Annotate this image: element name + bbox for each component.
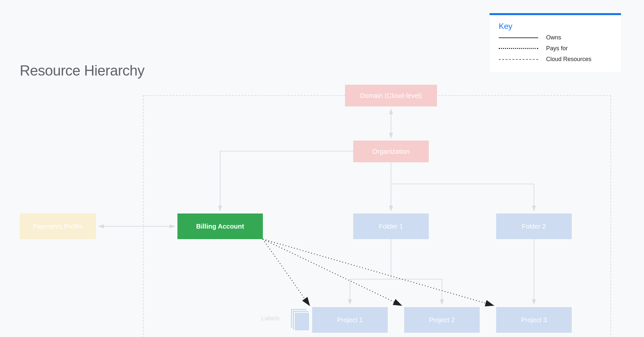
node-payments-profile: Payments Profile <box>20 213 96 239</box>
node-label: Domain (Cloud-level) <box>360 92 422 100</box>
node-label: Billing Account <box>196 223 244 230</box>
node-folder2: Folder 2 <box>496 213 572 239</box>
node-folder1: Folder 1 <box>353 213 429 239</box>
node-label: Organization <box>372 148 409 155</box>
node-organization: Organization <box>353 141 429 162</box>
labels-text: Labels <box>261 315 280 322</box>
node-label: Project 1 <box>337 316 363 324</box>
diagram: Domain (Cloud-level) Organization Paymen… <box>0 0 644 337</box>
node-label: Folder 1 <box>379 223 403 230</box>
node-domain: Domain (Cloud-level) <box>345 85 437 106</box>
labels-stack-icon <box>294 312 310 331</box>
node-label: Project 2 <box>429 316 455 324</box>
node-label: Folder 2 <box>522 223 546 230</box>
node-project1: Project 1 <box>312 307 388 333</box>
node-billing-account: Billing Account <box>177 213 263 239</box>
node-label: Payments Profile <box>33 223 82 230</box>
node-label: Project 3 <box>521 316 547 324</box>
node-project3: Project 3 <box>496 307 572 333</box>
node-project2: Project 2 <box>404 307 480 333</box>
